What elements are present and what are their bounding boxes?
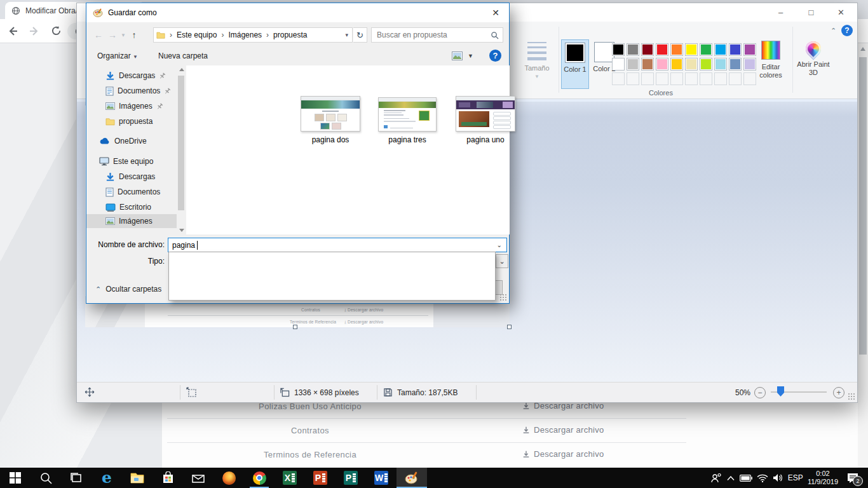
palette-empty-slot[interactable] — [729, 72, 742, 85]
close-button[interactable]: ✕ — [827, 3, 855, 22]
breadcrumb[interactable]: › Este equipo › Imágenes › propuesta ▾ — [153, 27, 353, 43]
nav-back-icon[interactable]: ← — [92, 30, 105, 40]
organize-menu[interactable]: Organizar ▼ — [97, 51, 138, 60]
palette-color-swatch[interactable] — [685, 58, 698, 71]
palette-color-swatch[interactable] — [714, 58, 727, 71]
filename-dropdown-icon[interactable]: ⌄ — [497, 241, 502, 248]
filename-input[interactable]: pagina ⌄ — [168, 238, 507, 252]
save-button-edge[interactable] — [495, 280, 503, 295]
palette-color-swatch[interactable] — [627, 43, 639, 56]
breadcrumb-propuesta[interactable]: propuesta — [273, 30, 307, 39]
canvas-resize-handle-bottom[interactable] — [293, 325, 297, 329]
palette-empty-slot[interactable] — [641, 72, 654, 85]
breadcrumb-this-pc[interactable]: Este equipo — [177, 30, 217, 39]
type-dropdown-icon[interactable]: ⌄ — [496, 254, 508, 268]
address-dropdown-icon[interactable]: ▾ — [345, 32, 352, 38]
nav-scrollbar[interactable] — [177, 65, 186, 234]
palette-color-swatch[interactable] — [670, 43, 683, 56]
dialog-titlebar[interactable]: Guardar como — [86, 3, 509, 22]
nav-item-documentos-quick[interactable]: Documentos — [105, 84, 182, 98]
autocomplete-popup[interactable] — [168, 252, 496, 301]
palette-color-swatch[interactable] — [700, 43, 712, 56]
nav-item-imagenes-quick[interactable]: Imágenes — [105, 99, 175, 113]
wifi-icon[interactable] — [757, 474, 768, 482]
taskbar-mail-button[interactable] — [183, 468, 214, 488]
help-icon[interactable]: ? — [841, 25, 853, 36]
reload-icon[interactable] — [48, 24, 64, 39]
palette-color-swatch[interactable] — [670, 58, 683, 71]
new-folder-button[interactable]: Nueva carpeta — [158, 51, 208, 60]
taskbar-edge-button[interactable]: e — [92, 468, 122, 488]
nav-item-onedrive[interactable]: OneDrive — [99, 134, 147, 148]
nav-forward-icon[interactable]: → — [105, 30, 119, 40]
palette-color-swatch[interactable] — [729, 43, 742, 56]
nav-history-dropdown-icon[interactable]: ▼ — [121, 32, 126, 38]
maximize-button[interactable]: □ — [797, 3, 825, 22]
file-item[interactable]: pagina tres — [372, 97, 442, 144]
nav-item-propuesta[interactable]: propuesta — [105, 114, 153, 128]
search-input[interactable]: Buscar en propuesta — [371, 27, 503, 43]
window-resize-grip[interactable] — [848, 393, 855, 400]
hidden-icons-chevron[interactable] — [726, 475, 735, 481]
language-indicator[interactable]: ESP — [788, 473, 803, 482]
scrollbar-down-arrow[interactable] — [179, 229, 184, 232]
refresh-icon[interactable]: ↻ — [353, 27, 367, 43]
scrollbar-up-arrow[interactable] — [179, 68, 184, 71]
palette-color-swatch[interactable] — [627, 58, 639, 71]
view-mode-button[interactable] — [452, 51, 463, 60]
taskbar-publisher-button[interactable]: P — [336, 468, 366, 488]
forward-icon[interactable] — [27, 24, 42, 39]
battery-icon[interactable] — [740, 475, 752, 482]
dialog-help-icon[interactable]: ? — [489, 50, 501, 62]
taskbar-powerpoint-button[interactable]: P — [305, 468, 336, 488]
file-item[interactable]: pagina dos — [295, 96, 365, 144]
palette-color-swatch[interactable] — [714, 43, 727, 56]
task-view-button[interactable] — [61, 468, 92, 488]
palette-color-swatch[interactable] — [685, 43, 698, 56]
size-button[interactable]: Tamaño ▼ — [522, 39, 552, 79]
palette-color-swatch[interactable] — [612, 58, 625, 71]
palette-empty-slot[interactable] — [627, 72, 639, 85]
nav-item-escritorio[interactable]: Escritorio — [105, 200, 151, 214]
back-icon[interactable] — [5, 24, 20, 39]
dialog-close-icon[interactable]: ✕ — [482, 3, 509, 22]
taskbar-paint-button[interactable] — [397, 468, 427, 488]
nav-up-icon[interactable]: ↑ — [127, 30, 141, 40]
canvas-resize-handle-corner[interactable] — [507, 325, 512, 329]
palette-color-swatch[interactable] — [612, 43, 625, 56]
volume-icon[interactable] — [773, 473, 783, 482]
scrollbar-thumb[interactable] — [178, 76, 184, 210]
breadcrumb-pictures[interactable]: Imágenes — [228, 30, 262, 39]
taskbar-file-explorer-button[interactable] — [122, 468, 153, 488]
nav-item-descargas-pc[interactable]: Descargas — [105, 170, 155, 184]
action-center-button[interactable]: 2 — [846, 473, 859, 484]
taskbar-firefox-button[interactable] — [214, 468, 244, 488]
palette-color-swatch[interactable] — [656, 43, 668, 56]
start-button[interactable] — [0, 468, 31, 488]
nav-item-descargas-quick[interactable]: Descargas — [105, 69, 177, 83]
minimize-button[interactable]: – — [766, 3, 795, 22]
nav-item-este-equipo[interactable]: Este equipo — [99, 154, 153, 168]
nav-item-documentos-pc[interactable]: Documentos — [105, 185, 160, 199]
palette-color-swatch[interactable] — [656, 58, 668, 71]
palette-empty-slot[interactable] — [612, 72, 625, 85]
clock[interactable]: 0:02 11/9/2019 — [808, 470, 838, 486]
palette-color-swatch[interactable] — [641, 43, 654, 56]
palette-color-swatch[interactable] — [700, 58, 712, 71]
zoom-slider-thumb[interactable] — [777, 386, 784, 396]
collapse-ribbon-icon[interactable]: ⌃ — [831, 27, 836, 35]
hide-folders-button[interactable]: ⌃ Ocultar carpetas — [95, 285, 161, 294]
dialog-resize-grip[interactable] — [499, 294, 507, 301]
edit-colors-button[interactable]: Editar colores — [753, 39, 789, 79]
palette-color-swatch[interactable] — [641, 58, 654, 71]
file-item[interactable]: pagina uno — [451, 96, 520, 144]
taskbar-excel-button[interactable]: X — [275, 468, 305, 488]
view-dropdown-icon[interactable]: ▼ — [468, 53, 473, 59]
color1-button[interactable]: Color 1 — [561, 39, 589, 89]
palette-empty-slot[interactable] — [685, 72, 698, 85]
palette-empty-slot[interactable] — [656, 72, 668, 85]
taskbar-store-button[interactable] — [153, 468, 183, 488]
zoom-out-button[interactable]: − — [754, 387, 766, 398]
palette-color-swatch[interactable] — [729, 58, 742, 71]
scrollbar-thumb[interactable] — [859, 57, 867, 355]
